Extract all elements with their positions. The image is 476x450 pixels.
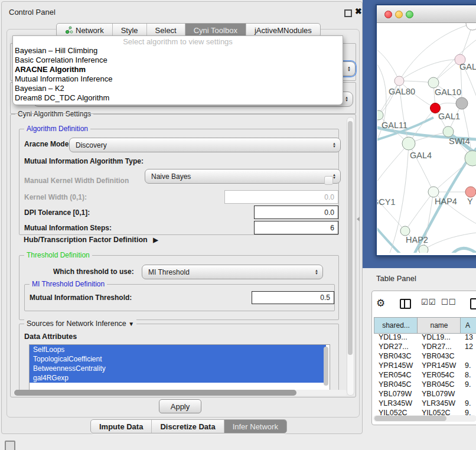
- attribute-item[interactable]: gal4RGexp: [30, 373, 326, 383]
- table-cell[interactable]: 8.: [460, 370, 476, 380]
- network-node-hap4[interactable]: [428, 187, 439, 197]
- mi-threshold-field[interactable]: 0.5: [252, 291, 334, 304]
- table-cell[interactable]: YDR27...: [417, 342, 465, 351]
- table-cell[interactable]: YBR043C: [417, 351, 465, 361]
- network-edge[interactable]: [462, 103, 472, 158]
- network-node-gal10[interactable]: [428, 77, 439, 88]
- network-node[interactable]: [419, 245, 428, 253]
- network-node-gal4[interactable]: [402, 137, 415, 150]
- network-node-gal80[interactable]: [395, 76, 404, 86]
- manual-kernel-checkbox[interactable]: [324, 176, 333, 185]
- select-all-columns-icon[interactable]: ☑☑: [421, 298, 436, 306]
- attribute-item[interactable]: BetweennessCentrality: [30, 364, 326, 373]
- dropdown-item[interactable]: Bayesian – K2: [13, 84, 343, 93]
- table-cell[interactable]: YDR27...: [374, 342, 422, 351]
- column-header-shared-name[interactable]: shared...: [374, 317, 418, 334]
- list-scrollbar-thumb[interactable]: [324, 347, 328, 386]
- table-cell[interactable]: YDL19...: [417, 332, 465, 342]
- table-cell[interactable]: YDL19...: [374, 332, 422, 342]
- network-node[interactable]: [466, 23, 476, 30]
- sources-title[interactable]: Sources for Network Inference ▼: [24, 319, 136, 328]
- settings-hscrollbar[interactable]: [13, 390, 347, 396]
- settings-vscrollbar-thumb[interactable]: [348, 121, 353, 355]
- tab-cyni-toolbox[interactable]: Cyni Toolbox: [185, 24, 246, 37]
- tab-network[interactable]: Network: [57, 24, 113, 37]
- close-window-icon[interactable]: [384, 11, 392, 18]
- tab-impute-data[interactable]: Impute Data: [91, 420, 152, 433]
- close-panel-icon[interactable]: ✖: [355, 6, 362, 16]
- table-cell[interactable]: YBR045C: [417, 380, 465, 389]
- dropdown-item[interactable]: Bayesian – Hill Climbing: [13, 46, 343, 56]
- network-edge[interactable]: [377, 115, 379, 150]
- table-cell[interactable]: YER054C: [417, 370, 465, 380]
- table-cell[interactable]: [460, 389, 476, 399]
- network-canvas[interactable]: GALGAL80GAL10GAL1GAL11GAL4SWI4GCY1HAP4YH…: [377, 23, 476, 253]
- network-edge[interactable]: [423, 233, 476, 250]
- tab-style[interactable]: Style: [113, 24, 147, 37]
- table-cell[interactable]: YPR145W: [374, 361, 422, 370]
- minimize-window-icon[interactable]: [395, 11, 403, 18]
- minimized-panel-icon[interactable]: [5, 441, 15, 450]
- column-header-name[interactable]: name: [417, 317, 461, 334]
- splitpane-collapse-icon[interactable]: [357, 217, 360, 221]
- mi-steps-field[interactable]: 6: [254, 221, 338, 234]
- mi-type-combobox[interactable]: Naive Bayes ▲▼: [145, 169, 341, 184]
- deselect-all-columns-icon[interactable]: ☐☐: [441, 298, 456, 306]
- gear-icon[interactable]: ⚙: [376, 297, 385, 309]
- table-cell[interactable]: YIL052C: [374, 408, 422, 415]
- tab-jactivemnodules[interactable]: jActiveMNodules: [246, 24, 320, 37]
- kernel-width-field[interactable]: 0.0: [224, 190, 338, 204]
- table-cell[interactable]: [460, 351, 476, 361]
- table-hscrollbar-thumb[interactable]: [374, 416, 446, 421]
- apply-button[interactable]: Apply: [159, 399, 201, 413]
- import-table-icon[interactable]: [470, 298, 476, 309]
- table-cell[interactable]: 9.: [460, 380, 476, 389]
- which-threshold-combobox[interactable]: MI Threshold ▲▼: [142, 265, 323, 279]
- network-view-window[interactable]: GALGAL80GAL10GAL1GAL11GAL4SWI4GCY1HAP4YH…: [376, 4, 476, 256]
- network-node-gal1[interactable]: [443, 126, 454, 137]
- dropdown-item[interactable]: Mutual Information Inference: [13, 74, 343, 84]
- dropdown-item[interactable]: Basic Correlation Inference: [13, 56, 343, 65]
- table-cell[interactable]: YPR145W: [417, 361, 465, 370]
- table-hscrollbar[interactable]: [373, 415, 476, 422]
- dropdown-item-aracne[interactable]: ARACNE Algorithm: [13, 65, 343, 74]
- table-cell[interactable]: 12: [460, 342, 476, 351]
- table-cell[interactable]: 13: [460, 332, 476, 342]
- table-cell[interactable]: YLR345W: [374, 399, 422, 408]
- table-cell[interactable]: YBR045C: [374, 380, 422, 389]
- dropdown-item[interactable]: Dream8 DC_TDC Algorithm: [13, 93, 343, 103]
- column-header-avg[interactable]: A: [460, 317, 476, 334]
- table-cell[interactable]: YIL052C: [417, 408, 465, 415]
- network-edge[interactable]: [452, 248, 476, 253]
- aracne-mode-combobox[interactable]: Discovery ▲▼: [69, 138, 341, 152]
- float-window-icon[interactable]: [344, 9, 352, 17]
- table-cell[interactable]: YLR345W: [417, 399, 465, 408]
- settings-vscrollbar[interactable]: [347, 117, 354, 396]
- settings-hscrollbar-thumb[interactable]: [14, 390, 296, 396]
- hub-definition-toggle[interactable]: Hub/Transcription Factor Definition ▶: [24, 236, 158, 244]
- tab-discretize-data[interactable]: Discretize Data: [152, 420, 224, 433]
- network-edge[interactable]: [379, 81, 399, 115]
- network-node[interactable]: [456, 97, 468, 109]
- dpi-tolerance-field[interactable]: 0.0: [254, 206, 338, 219]
- attribute-item[interactable]: TopologicalCoefficient: [30, 354, 326, 364]
- network-edge[interactable]: [377, 144, 409, 192]
- tab-select[interactable]: Select: [147, 24, 185, 37]
- table-cell[interactable]: 9.: [460, 408, 476, 415]
- data-attributes-list[interactable]: SelfLoops TopologicalCoefficient Between…: [29, 344, 330, 392]
- table-cell[interactable]: YBR043C: [374, 351, 422, 361]
- network-edge[interactable]: [377, 58, 386, 147]
- network-node-gal11[interactable]: [377, 110, 383, 120]
- attribute-item[interactable]: SelfLoops: [30, 345, 326, 354]
- columns-icon[interactable]: [400, 299, 411, 309]
- network-node-hap2[interactable]: [400, 226, 410, 236]
- table-cell[interactable]: 9.: [460, 399, 476, 408]
- tab-infer-network[interactable]: Infer Network: [224, 420, 286, 433]
- table-cell[interactable]: YBL079W: [417, 389, 465, 399]
- zoom-window-icon[interactable]: [406, 11, 413, 18]
- network-edge[interactable]: [377, 47, 399, 81]
- table-cell[interactable]: 9.: [460, 361, 476, 370]
- table-cell[interactable]: YER054C: [374, 370, 422, 380]
- network-node-y[interactable]: [465, 187, 476, 197]
- table-cell[interactable]: YBL079W: [374, 389, 422, 399]
